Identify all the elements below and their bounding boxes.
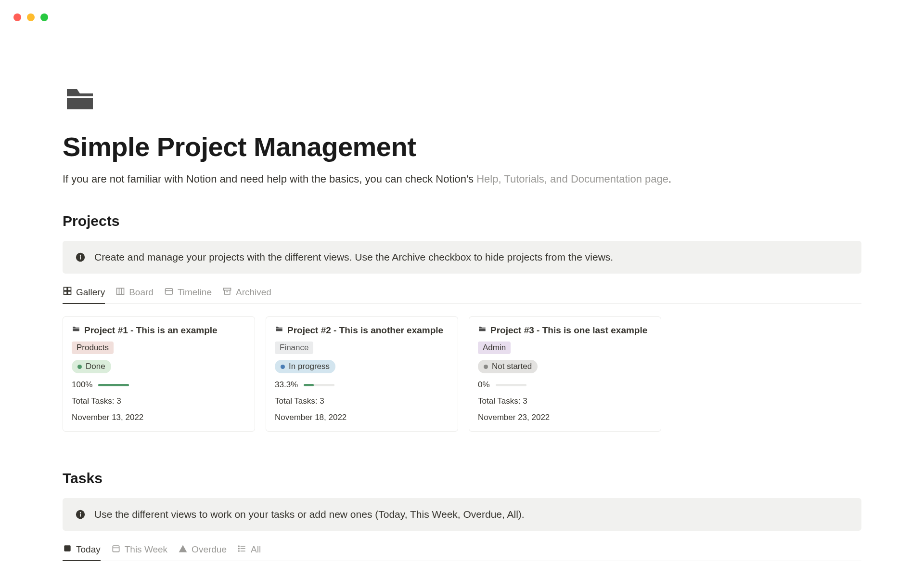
progress-label: 100% bbox=[72, 380, 92, 390]
project-progress: 33.3% bbox=[275, 380, 449, 390]
project-total-tasks: Total Tasks: 3 bbox=[275, 396, 449, 406]
project-progress: 100% bbox=[72, 380, 246, 390]
project-tag: Products bbox=[72, 342, 114, 354]
project-title-text: Project #2 - This is another example bbox=[287, 325, 443, 336]
progress-fill bbox=[98, 384, 129, 386]
progress-bar bbox=[304, 384, 334, 386]
tab-archived-label: Archived bbox=[236, 287, 271, 298]
project-card-title: Project #2 - This is another example bbox=[275, 325, 449, 336]
status-label: Done bbox=[86, 362, 105, 371]
minimize-window-button[interactable] bbox=[27, 13, 35, 21]
tab-this-week-label: This Week bbox=[125, 544, 167, 555]
tab-overdue[interactable]: Overdue bbox=[178, 543, 227, 561]
info-icon bbox=[75, 509, 86, 520]
tasks-callout-text: Use the different views to work on your … bbox=[94, 509, 525, 520]
svg-point-24 bbox=[238, 546, 239, 547]
project-tag: Finance bbox=[275, 342, 313, 354]
tab-timeline[interactable]: Timeline bbox=[164, 286, 212, 303]
projects-callout-text: Create and manage your projects with the… bbox=[94, 251, 613, 263]
project-card-title: Project #1 - This is an example bbox=[72, 325, 246, 336]
project-status: Done bbox=[72, 360, 111, 373]
project-total-tasks: Total Tasks: 3 bbox=[478, 396, 652, 406]
svg-rect-1 bbox=[80, 256, 81, 259]
projects-callout: Create and manage your projects with the… bbox=[63, 241, 861, 274]
tab-board[interactable]: Board bbox=[116, 286, 154, 303]
progress-bar bbox=[496, 384, 526, 386]
status-label: In progress bbox=[289, 362, 330, 371]
page-content: Simple Project Management If you are not… bbox=[0, 0, 924, 561]
svg-point-25 bbox=[238, 548, 239, 549]
status-label: Not started bbox=[492, 362, 532, 371]
timeline-icon bbox=[164, 287, 174, 299]
tab-gallery[interactable]: Gallery bbox=[63, 286, 105, 304]
project-status: In progress bbox=[275, 360, 335, 373]
tasks-callout: Use the different views to work on your … bbox=[63, 498, 861, 531]
archive-icon bbox=[222, 287, 232, 299]
tab-today-label: Today bbox=[76, 544, 101, 555]
folder-icon bbox=[72, 325, 80, 336]
project-date: November 13, 2022 bbox=[72, 413, 246, 422]
project-card[interactable]: Project #2 - This is another exampleFina… bbox=[266, 316, 458, 432]
page-icon-folder[interactable] bbox=[63, 82, 861, 117]
project-status: Not started bbox=[478, 360, 538, 373]
svg-rect-5 bbox=[64, 291, 67, 295]
tasks-heading: Tasks bbox=[63, 470, 861, 486]
svg-rect-6 bbox=[68, 291, 71, 295]
status-dot-icon bbox=[281, 365, 285, 369]
tasks-tabs: Today This Week Overdue All bbox=[63, 543, 861, 561]
folder-icon bbox=[275, 325, 283, 336]
project-card[interactable]: Project #3 - This is one last exampleAdm… bbox=[469, 316, 661, 432]
progress-fill bbox=[304, 384, 314, 386]
tab-all[interactable]: All bbox=[237, 543, 261, 561]
progress-label: 0% bbox=[478, 380, 490, 390]
calendar-week-icon bbox=[111, 544, 121, 556]
tab-archived[interactable]: Archived bbox=[222, 286, 271, 303]
svg-rect-19 bbox=[113, 546, 119, 552]
project-date: November 23, 2022 bbox=[478, 413, 652, 422]
folder-icon bbox=[478, 325, 487, 336]
svg-rect-15 bbox=[80, 513, 81, 516]
tab-all-label: All bbox=[251, 544, 261, 555]
warning-icon bbox=[178, 544, 188, 556]
tab-today[interactable]: Today bbox=[63, 543, 101, 561]
help-link[interactable]: Help, Tutorials, and Documentation page bbox=[476, 173, 668, 185]
project-total-tasks: Total Tasks: 3 bbox=[72, 396, 246, 406]
page-title: Simple Project Management bbox=[63, 131, 861, 162]
project-card-title: Project #3 - This is one last example bbox=[478, 325, 652, 336]
svg-rect-4 bbox=[68, 288, 71, 291]
svg-point-16 bbox=[80, 512, 81, 513]
project-card[interactable]: Project #1 - This is an exampleProductsD… bbox=[63, 316, 255, 432]
progress-label: 33.3% bbox=[275, 380, 298, 390]
tab-this-week[interactable]: This Week bbox=[111, 543, 167, 561]
list-icon bbox=[237, 544, 247, 556]
svg-point-26 bbox=[238, 551, 239, 552]
calendar-today-icon bbox=[63, 543, 72, 555]
projects-gallery: Project #1 - This is an exampleProductsD… bbox=[63, 316, 861, 432]
tab-board-label: Board bbox=[129, 287, 154, 298]
tab-gallery-label: Gallery bbox=[76, 287, 105, 298]
subtitle-suffix: . bbox=[668, 173, 671, 185]
window-traffic-lights bbox=[13, 13, 48, 21]
projects-tabs: Gallery Board Timeline Archived bbox=[63, 286, 861, 304]
page-subtitle: If you are not familiar with Notion and … bbox=[63, 171, 861, 187]
gallery-icon bbox=[63, 286, 72, 298]
close-window-button[interactable] bbox=[13, 13, 21, 21]
project-progress: 0% bbox=[478, 380, 652, 390]
svg-rect-7 bbox=[117, 288, 124, 294]
status-dot-icon bbox=[484, 365, 488, 369]
zoom-window-button[interactable] bbox=[40, 13, 48, 21]
info-icon bbox=[75, 252, 86, 263]
tab-timeline-label: Timeline bbox=[178, 287, 212, 298]
project-date: November 18, 2022 bbox=[275, 413, 449, 422]
project-title-text: Project #3 - This is one last example bbox=[490, 325, 647, 336]
project-tag: Admin bbox=[478, 342, 511, 354]
project-title-text: Project #1 - This is an example bbox=[84, 325, 218, 336]
svg-point-2 bbox=[80, 255, 81, 256]
svg-rect-12 bbox=[223, 288, 231, 290]
tab-overdue-label: Overdue bbox=[192, 544, 227, 555]
board-icon bbox=[116, 287, 125, 299]
svg-rect-3 bbox=[64, 288, 67, 291]
projects-heading: Projects bbox=[63, 213, 861, 229]
svg-rect-10 bbox=[165, 289, 172, 294]
status-dot-icon bbox=[77, 365, 82, 369]
